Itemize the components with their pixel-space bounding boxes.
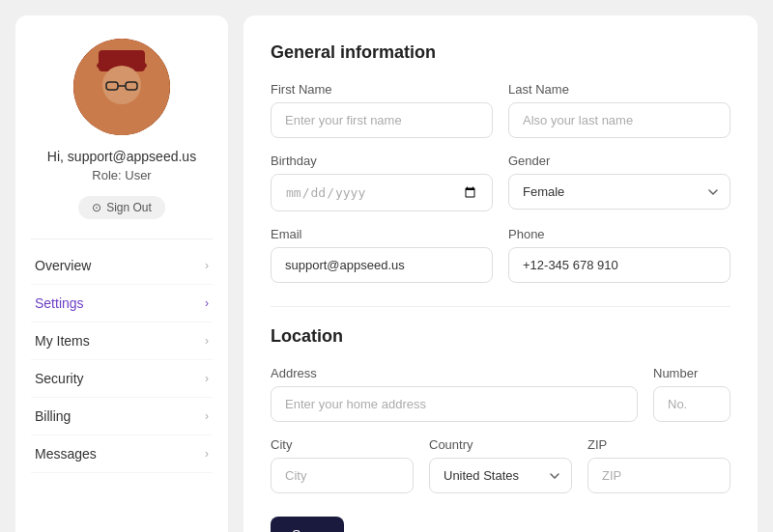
- address-input[interactable]: [271, 386, 638, 422]
- chevron-right-icon: ›: [205, 296, 209, 310]
- sign-out-icon: ⊙: [92, 201, 101, 214]
- city-label: City: [271, 437, 414, 452]
- sidebar: Hi, support@appseed.us Role: User ⊙ Sign…: [15, 15, 228, 532]
- gender-group: Gender Female Male Other: [508, 154, 730, 211]
- sidebar-item-my-items[interactable]: My Items ›: [31, 322, 213, 360]
- birthday-group: Birthday: [271, 154, 493, 211]
- country-select[interactable]: United States United Kingdom Canada Aust…: [429, 458, 572, 493]
- city-input[interactable]: [271, 458, 414, 493]
- avatar: [73, 39, 170, 135]
- phone-input[interactable]: [508, 247, 730, 283]
- svg-point-3: [102, 66, 141, 104]
- nav-divider: [31, 238, 213, 239]
- nav-list: Overview › Settings › My Items › Securit…: [31, 247, 213, 473]
- last-name-label: Last Name: [508, 82, 730, 97]
- zip-label: ZIP: [587, 437, 730, 452]
- sidebar-item-label: Billing: [35, 408, 71, 424]
- chevron-right-icon: ›: [205, 447, 209, 461]
- sidebar-item-messages[interactable]: Messages ›: [31, 435, 213, 473]
- general-info-title: General information: [271, 42, 730, 63]
- city-group: City: [271, 437, 414, 493]
- sidebar-item-overview[interactable]: Overview ›: [31, 247, 213, 285]
- chevron-right-icon: ›: [205, 372, 209, 385]
- address-group: Address: [271, 366, 638, 422]
- number-group: Number: [653, 366, 730, 422]
- first-name-input[interactable]: [271, 102, 493, 138]
- city-country-zip-row: City Country United States United Kingdo…: [271, 437, 730, 493]
- page-wrapper: Hi, support@appseed.us Role: User ⊙ Sign…: [15, 15, 758, 532]
- address-label: Address: [271, 366, 638, 380]
- chevron-right-icon: ›: [205, 409, 209, 423]
- zip-input[interactable]: [587, 458, 730, 493]
- user-role: Role: User: [92, 168, 151, 182]
- country-label: Country: [429, 437, 572, 452]
- sidebar-item-billing[interactable]: Billing ›: [31, 398, 213, 435]
- phone-group: Phone: [508, 227, 730, 283]
- main-content: General information First Name Last Name…: [243, 15, 758, 532]
- zip-group: ZIP: [587, 437, 730, 493]
- email-input[interactable]: [271, 247, 493, 283]
- sidebar-item-label: Messages: [35, 446, 97, 462]
- sign-out-button[interactable]: ⊙ Sign Out: [78, 196, 165, 219]
- user-greeting: Hi, support@appseed.us: [47, 149, 196, 164]
- birthday-label: Birthday: [271, 154, 493, 168]
- sidebar-item-label: My Items: [35, 333, 90, 349]
- last-name-group: Last Name: [508, 82, 730, 138]
- email-label: Email: [271, 227, 493, 241]
- first-name-group: First Name: [271, 82, 493, 138]
- country-group: Country United States United Kingdom Can…: [429, 437, 572, 493]
- save-button[interactable]: Save: [271, 517, 344, 532]
- sidebar-item-security[interactable]: Security ›: [31, 360, 213, 398]
- first-name-label: First Name: [271, 82, 493, 97]
- number-label: Number: [653, 366, 730, 380]
- section-divider: [271, 306, 730, 307]
- birthday-input[interactable]: [271, 174, 493, 211]
- sidebar-item-settings[interactable]: Settings ›: [31, 285, 213, 322]
- phone-label: Phone: [508, 227, 730, 241]
- sidebar-item-label: Settings: [35, 295, 84, 311]
- chevron-right-icon: ›: [205, 259, 209, 272]
- number-input[interactable]: [653, 386, 730, 422]
- chevron-right-icon: ›: [205, 334, 209, 348]
- email-group: Email: [271, 227, 493, 283]
- sidebar-item-label: Overview: [35, 258, 91, 273]
- gender-select[interactable]: Female Male Other: [508, 174, 730, 210]
- sidebar-item-label: Security: [35, 371, 84, 386]
- location-title: Location: [271, 326, 730, 347]
- address-row: Address Number: [271, 366, 730, 422]
- gender-label: Gender: [508, 154, 730, 168]
- last-name-input[interactable]: [508, 102, 730, 138]
- general-info-form: First Name Last Name Birthday Gender Fem…: [271, 82, 730, 283]
